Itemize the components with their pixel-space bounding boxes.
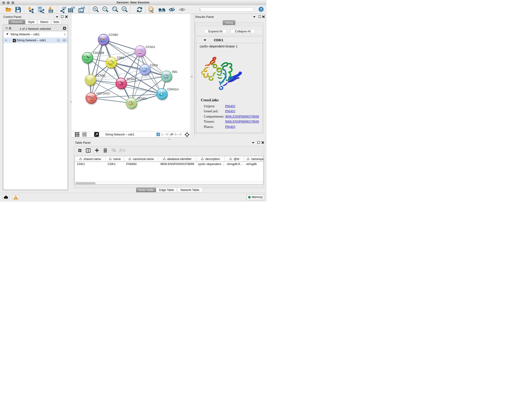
svg-text:CDC25B: CDC25B [93,51,104,55]
svg-text:CDK1: CDK1 [117,56,124,59]
svg-text:CDKN1A: CDKN1A [167,88,179,91]
svg-text:CCNB2: CCNB2 [109,33,118,36]
svg-text:RB1: RB1 [172,70,177,74]
svg-text:CCNA1: CCNA1 [146,45,155,49]
svg-text:CCNA2: CCNA2 [127,78,136,81]
svg-text:CCNE1: CCNE1 [137,97,147,100]
svg-text:CCNB1: CCNB1 [96,74,106,77]
svg-text:?: ? [260,7,262,11]
svg-text:HIST1H1A: HIST1H1A [96,92,110,95]
svg-text:CDC6: CDC6 [150,64,158,67]
